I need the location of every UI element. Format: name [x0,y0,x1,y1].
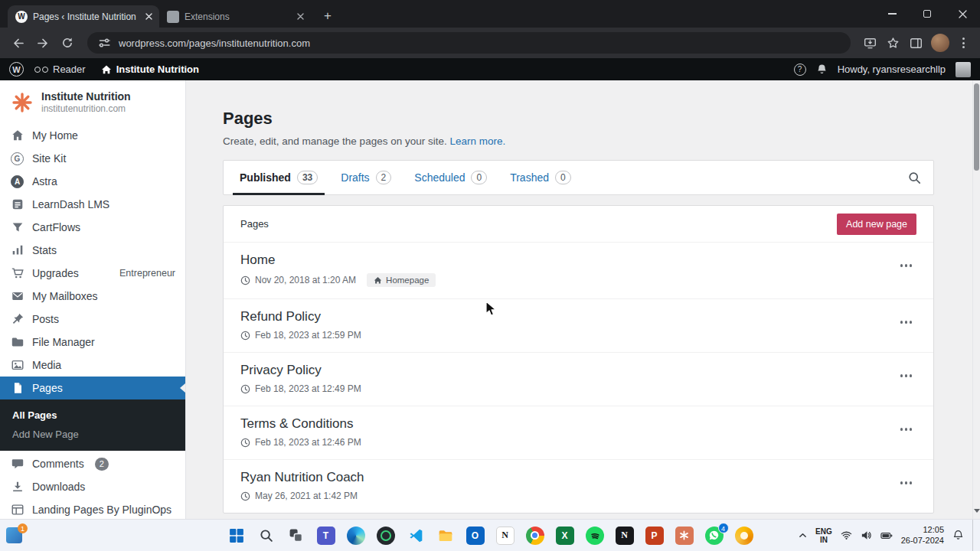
language-switcher[interactable]: ENG IN [815,527,832,544]
user-avatar[interactable] [956,62,971,77]
taskbar-corner[interactable]: 1 [6,527,22,543]
minimize-button[interactable] [874,0,910,28]
howdy-text[interactable]: Howdy, ryansresearchllp [838,64,946,75]
browser-menu-button[interactable] [955,33,972,53]
forward-button[interactable] [32,32,54,54]
task-view-button[interactable] [286,526,306,546]
sidebar-item-cartflows[interactable]: CartFlows [0,216,185,239]
maximize-button[interactable] [910,0,945,28]
reload-button[interactable] [57,32,78,54]
sidebar-item-landing-pages[interactable]: Landing Pages By PluginOps [0,498,185,519]
site-info-icon[interactable] [98,37,111,50]
new-tab-button[interactable]: + [317,5,338,27]
reader-link[interactable]: Reader [34,64,86,75]
spotify-app-icon[interactable] [585,526,605,546]
submenu-all-pages[interactable]: All Pages [0,406,185,425]
page-row-privacy-policy[interactable]: Privacy Policy Feb 18, 2023 at 12:49 PM [224,352,933,406]
powerpoint-app-icon[interactable]: P [645,526,665,546]
notification-center-button[interactable] [952,530,964,541]
tab-close-icon[interactable] [142,11,155,23]
corner-app-icon[interactable]: 1 [6,527,22,543]
sidebar-item-posts[interactable]: Posts [0,308,185,331]
network-button[interactable] [841,530,852,541]
tab-pages[interactable]: W Pages ‹ Institute Nutrition — W [8,5,159,28]
row-menu-button[interactable] [897,425,916,434]
page-row-title[interactable]: Terms & Conditions [240,416,887,432]
tab-trashed[interactable]: Trashed 0 [498,161,583,194]
file-explorer-icon[interactable] [436,526,456,546]
excel-app-icon[interactable]: X [555,526,575,546]
browser-profile-avatar[interactable] [931,34,949,52]
tab-extensions[interactable]: Extensions [159,5,311,28]
tab-close-icon[interactable] [294,11,306,23]
sidebar-item-upgrades[interactable]: Upgrades Entrepreneur [0,262,185,285]
volume-button[interactable] [861,530,872,541]
sidebar-item-downloads[interactable]: Downloads [0,475,185,498]
site-home-link[interactable]: Institute Nutrition [101,64,199,75]
back-button[interactable] [8,32,29,54]
address-bar[interactable]: wordpress.com/pages/institutenutrition.c… [87,32,851,54]
sidebar-item-comments[interactable]: Comments 2 [0,452,185,475]
sidebar-item-file-manager[interactable]: File Manager [0,331,185,354]
layout-icon [10,503,24,517]
show-desktop-button[interactable] [972,520,975,551]
add-new-page-button[interactable]: Add new page [837,214,916,235]
install-app-button[interactable] [860,33,880,53]
scroll-down-arrow[interactable] [974,509,980,516]
hidden-icons-button[interactable] [799,531,807,540]
chrome-app-icon[interactable] [525,526,545,546]
help-button[interactable]: ? [794,64,806,76]
edge-app-icon[interactable] [346,526,366,546]
vscode-app-icon[interactable] [406,526,426,546]
wordpress-logo-icon[interactable]: W [9,62,24,77]
page-scrollbar[interactable] [972,80,980,519]
start-button[interactable] [227,526,247,546]
tab-published[interactable]: Published 33 [228,161,329,194]
row-menu-button[interactable] [897,261,916,270]
sidebar-item-my-mailboxes[interactable]: My Mailboxes [0,285,185,308]
page-row-title[interactable]: Home [240,253,887,268]
tab-scheduled[interactable]: Scheduled 0 [403,161,498,194]
row-menu-button[interactable] [897,318,916,327]
learn-more-link[interactable]: Learn more. [449,135,505,147]
sidebar-item-media[interactable]: Media [0,354,185,377]
row-menu-button[interactable] [897,478,916,487]
browser-alt-app-icon[interactable] [734,526,754,546]
page-row-title[interactable]: Ryan Nutrition Coach [240,470,887,485]
notion-calendar-app-icon[interactable]: N [615,526,635,546]
sidebar-item-site-kit[interactable]: G Site Kit [0,147,185,170]
tab-drafts[interactable]: Drafts 2 [329,161,403,194]
bookmark-button[interactable] [883,33,903,53]
side-panel-button[interactable] [906,33,926,53]
page-row-ryan-nutrition-coach[interactable]: Ryan Nutrition Coach May 26, 2021 at 1:4… [224,459,933,513]
teams-app-icon[interactable]: T [316,526,336,546]
tab-label: Published [240,171,291,184]
taskbar-search-button[interactable] [256,526,276,546]
clock-icon [240,331,250,341]
notifications-bell-button[interactable] [816,64,828,75]
scrollbar-thumb[interactable] [974,83,979,171]
page-row-title[interactable]: Privacy Policy [240,363,887,378]
sidebar-item-learndash[interactable]: LearnDash LMS [0,193,185,216]
row-menu-button[interactable] [897,371,916,380]
clock[interactable]: 12:05 26-07-2024 [901,525,944,546]
battery-button[interactable] [880,530,893,541]
sidebar-item-pages[interactable]: Pages [0,377,185,399]
sidebar-item-stats[interactable]: Stats [0,239,185,262]
site-card[interactable]: Institute Nutrition institutenutrition.c… [0,80,185,122]
page-row-title[interactable]: Refund Policy [240,309,887,324]
search-button[interactable] [903,166,926,189]
sidebar-item-astra[interactable]: A Astra [0,170,185,193]
page-viewport: Institute Nutrition institutenutrition.c… [0,80,980,519]
asterisk-app-icon[interactable] [675,526,694,546]
close-button[interactable] [945,0,980,28]
page-row-terms-conditions[interactable]: Terms & Conditions Feb 18, 2023 at 12:46… [224,406,933,459]
page-row-home[interactable]: Home Nov 20, 2018 at 1:20 AM Homepage [224,242,933,298]
page-row-refund-policy[interactable]: Refund Policy Feb 18, 2023 at 12:59 PM [224,298,933,352]
submenu-add-new-page[interactable]: Add New Page [0,425,185,444]
whatsapp-app-icon[interactable]: 4 [704,526,724,546]
outlook-app-icon[interactable]: O [466,526,485,546]
sidebar-item-my-home[interactable]: My Home [0,124,185,147]
green-circle-app-icon[interactable] [376,526,396,546]
notion-app-icon[interactable]: N [495,526,515,546]
